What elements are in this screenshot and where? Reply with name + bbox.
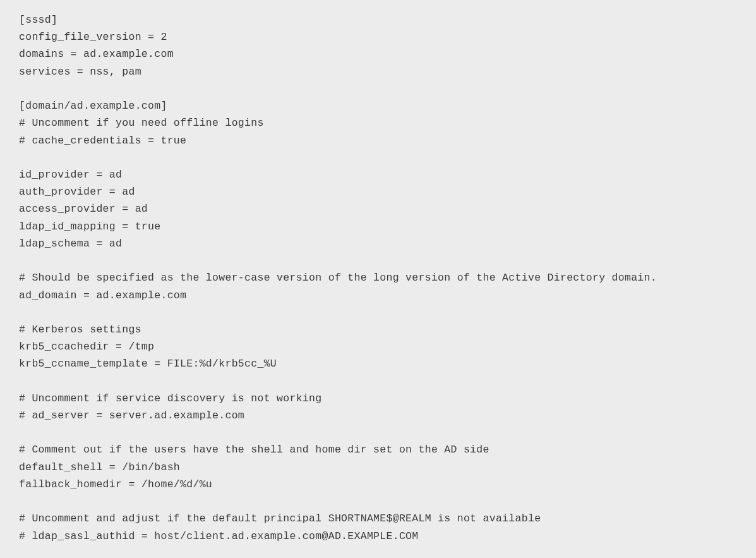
config-code-block: [sssd] config_file_version = 2 domains =… [19, 11, 737, 545]
